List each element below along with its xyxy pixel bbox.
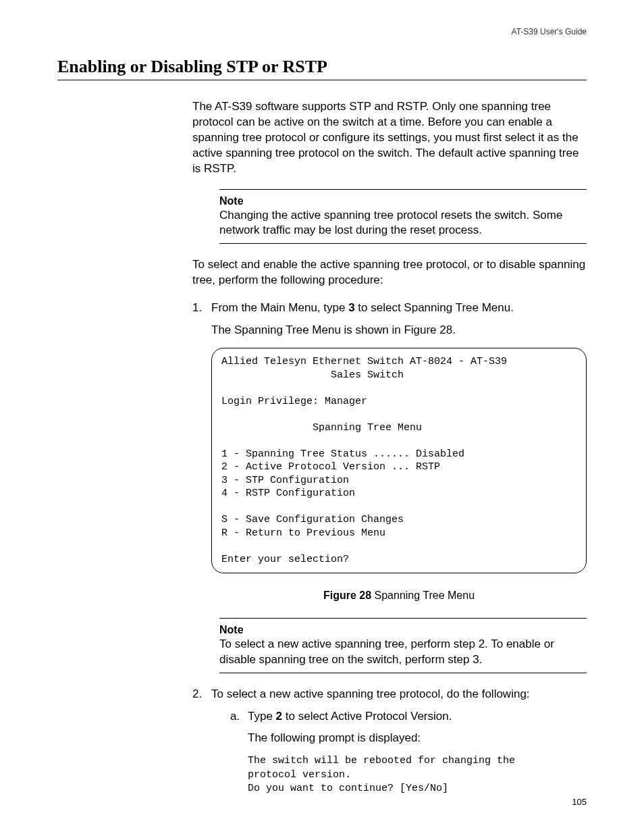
prompt-code: The switch will be rebooted for changing… <box>248 754 587 796</box>
substep-text: Type 2 to select Active Protocol Version… <box>248 709 587 725</box>
step-number: 1. <box>192 301 211 316</box>
substep-a-pre: Type <box>248 710 276 723</box>
step-2: 2. To select a new active spanning tree … <box>192 687 587 702</box>
terminal-screen: Allied Telesyn Ethernet Switch AT-8024 -… <box>211 348 587 573</box>
note-body: To select a new active spanning tree, pe… <box>219 637 587 667</box>
step1-bold: 3 <box>348 301 354 314</box>
intro-paragraph-2: To select and enable the active spanning… <box>192 257 587 288</box>
substep-a-result: The following prompt is displayed: <box>248 731 587 746</box>
term-line: 4 - RSTP Configuration <box>221 488 355 499</box>
note-label: Note <box>219 623 587 637</box>
term-line: Sales Switch <box>221 369 404 381</box>
page-number: 105 <box>572 797 587 807</box>
note-box-1: Note Changing the active spanning tree p… <box>219 189 587 244</box>
content-area: The AT-S39 software supports STP and RST… <box>192 99 587 796</box>
section-title: Enabling or Disabling STP or RSTP <box>57 57 587 80</box>
step-text: To select a new active spanning tree pro… <box>211 687 587 702</box>
term-line: Enter your selection? <box>221 554 349 565</box>
step1-pre: From the Main Menu, type <box>211 301 348 314</box>
step1-result: The Spanning Tree Menu is shown in Figur… <box>211 323 587 338</box>
term-line: 1 - Spanning Tree Status ...... Disabled <box>221 448 464 460</box>
figure-text: Spanning Tree Menu <box>371 590 475 601</box>
step-1: 1. From the Main Menu, type 3 to select … <box>192 301 587 316</box>
note-box-2: Note To select a new active spanning tre… <box>219 618 587 673</box>
step-number: 2. <box>192 687 211 702</box>
substep-a-bold: 2 <box>276 710 282 723</box>
substep-a-post: to select Active Protocol Version. <box>282 710 452 723</box>
figure-caption: Figure 28 Spanning Tree Menu <box>211 588 587 603</box>
term-line: Login Privilege: Manager <box>221 396 367 407</box>
intro-paragraph: The AT-S39 software supports STP and RST… <box>192 99 587 177</box>
term-line: R - Return to Previous Menu <box>221 527 385 539</box>
step-text: From the Main Menu, type 3 to select Spa… <box>211 301 587 316</box>
step1-post: to select Spanning Tree Menu. <box>355 301 514 314</box>
substep-a: a. Type 2 to select Active Protocol Vers… <box>230 709 587 725</box>
term-line: 3 - STP Configuration <box>221 475 349 486</box>
header-guide-name: AT-S39 User's Guide <box>57 27 587 36</box>
figure-label: Figure 28 <box>323 590 371 601</box>
substep-letter: a. <box>230 709 248 725</box>
term-line: 2 - Active Protocol Version ... RSTP <box>221 461 440 473</box>
term-line: Allied Telesyn Ethernet Switch AT-8024 -… <box>221 356 507 367</box>
term-line: Spanning Tree Menu <box>221 422 422 434</box>
terminal-wrap: Allied Telesyn Ethernet Switch AT-8024 -… <box>211 348 587 573</box>
term-line: S - Save Configuration Changes <box>221 514 404 525</box>
note-body: Changing the active spanning tree protoc… <box>219 208 587 238</box>
note-label: Note <box>219 194 587 209</box>
